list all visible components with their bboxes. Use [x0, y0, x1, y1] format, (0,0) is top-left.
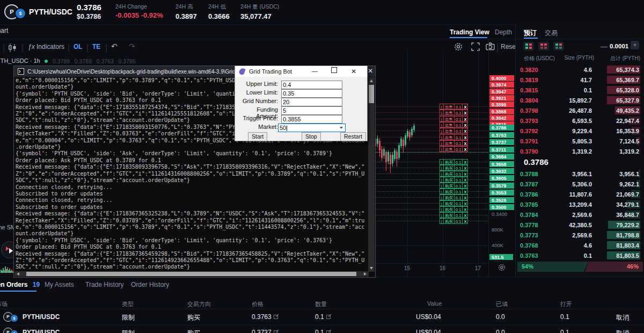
dialog-close-button[interactable]: ✕ [351, 68, 356, 75]
console-close-button[interactable]: ✕ [368, 67, 373, 75]
order-cancel-x-icon[interactable]: X [462, 194, 468, 200]
price-cell[interactable]: 0.3792 [520, 128, 550, 134]
price-cell[interactable]: 0.3791 [520, 138, 550, 144]
console-hscrollbar[interactable] [14, 271, 369, 277]
orderbook-view-bids-button[interactable] [553, 42, 564, 50]
order-cancel-x-icon[interactable]: X [462, 165, 468, 171]
bid-row[interactable]: 0.37875,306.09,262.1 [520, 179, 641, 189]
scroll-left-arrow[interactable] [17, 272, 19, 276]
console-vscrollbar[interactable] [368, 77, 375, 272]
tab-trading-view[interactable]: Trading View [450, 28, 489, 36]
price-cell[interactable]: 0.3778 [520, 222, 550, 228]
price-cell[interactable]: 0.3788 [520, 171, 550, 177]
cancel-order-button[interactable]: 取消 [616, 313, 629, 322]
tab-order-history[interactable]: Order History [131, 281, 169, 288]
vscroll-thumb[interactable] [369, 85, 374, 103]
price-cell[interactable]: 0.3768 [520, 242, 550, 249]
order-cancel-x-icon[interactable]: X [462, 212, 468, 218]
ask-row[interactable]: 0.37929,229.416,353.9 [520, 126, 641, 136]
tab-orderbook[interactable]: 预订 [524, 28, 537, 38]
tick-increase-button[interactable]: + [631, 41, 639, 49]
order-cancel-x-icon[interactable]: X [462, 177, 468, 183]
price-cell[interactable]: 0.3819 [520, 77, 550, 83]
bid-row[interactable]: 0.37684.681,803.4 [520, 240, 641, 250]
price-cell[interactable]: 0.3787 [520, 181, 550, 187]
order-cancel-x-icon[interactable]: X [462, 104, 468, 110]
order-cancel-x-icon[interactable]: X [462, 200, 468, 206]
price-cell[interactable]: 0.3815 [520, 87, 550, 93]
dialog-maximize-button[interactable] [331, 67, 337, 73]
bid-row[interactable]: 0.37630.181,803.5 [520, 250, 641, 260]
order-cancel-x-icon[interactable]: X [462, 140, 468, 146]
price-cell[interactable]: 0.3820 [520, 67, 550, 73]
bid-row[interactable]: 0.37883,956.13,956.1 [520, 169, 641, 179]
axis-settings-gear-icon[interactable] [498, 264, 506, 271]
restart-button[interactable]: Restart [340, 132, 366, 141]
order-cancel-x-icon[interactable]: X [462, 110, 468, 115]
market-combobox[interactable]: 50 [278, 124, 346, 132]
ask-row[interactable]: 0.38204.665,374.3 [520, 64, 641, 75]
grid-number-input[interactable]: 20 [281, 98, 342, 106]
price-cell[interactable]: 0.3793 [520, 118, 550, 124]
price-cell[interactable]: 0.3786 [520, 191, 550, 198]
bid-row[interactable]: 0.37842,569.636,848.7 [520, 209, 641, 220]
edit-qty-icon[interactable] [326, 313, 332, 318]
lower-limit-input[interactable]: 0.35 [281, 89, 342, 98]
ask-row[interactable]: 0.381941.765,369.7 [520, 75, 641, 85]
stop-button[interactable]: Stop [302, 132, 321, 141]
tab-trades[interactable]: 交易 [545, 28, 558, 38]
bid-row[interactable]: 0.37732,569.681,798.8 [520, 230, 641, 240]
ask-row[interactable]: 0.37901,319.21,319.2 [520, 146, 641, 156]
edit-price-icon[interactable] [274, 329, 279, 333]
order-cancel-x-icon[interactable]: X [462, 189, 468, 194]
ask-row[interactable]: 0.38150.165,328.0 [520, 85, 641, 95]
scroll-right-arrow[interactable] [364, 272, 367, 276]
start-button[interactable]: Start [248, 132, 267, 141]
price-cell[interactable]: 0.3798 [520, 107, 550, 114]
upper-limit-input[interactable]: 0.4 [281, 81, 342, 89]
dialog-minimize-button[interactable]: — [312, 68, 318, 74]
pair-name[interactable]: PYTH/USDC [29, 8, 72, 16]
order-cancel-x-icon[interactable]: X [462, 171, 468, 177]
ask-row[interactable]: 0.37936,593.522,947.4 [520, 115, 641, 126]
ask-row[interactable]: 0.379826,487.849,435.2 [520, 105, 641, 115]
scroll-down-arrow[interactable] [370, 267, 373, 270]
price-cell[interactable]: 0.3804 [520, 97, 550, 104]
price-cell[interactable]: 0.3784 [520, 212, 550, 218]
order-cancel-x-icon[interactable]: X [462, 159, 468, 165]
tab-depth[interactable]: Depth [495, 28, 512, 36]
tab-trade-history[interactable]: Trade History [85, 281, 124, 288]
bid-row[interactable]: 0.378513,209.434,279.1 [520, 199, 641, 209]
ask-row[interactable]: 0.380415,892.765,327.9 [520, 95, 641, 105]
price-cell[interactable]: 0.3785 [520, 201, 550, 208]
scroll-up-arrow[interactable] [370, 79, 373, 82]
funding-amount-input[interactable]: 5 [281, 106, 342, 115]
grid-trading-bot-dialog[interactable]: Grid Trading Bot — ✕ Upper Limit: 0.4 Lo… [235, 66, 368, 141]
trigger-price-input[interactable]: 0.3855 [281, 115, 342, 124]
bid-row[interactable]: 0.377842,380.579,229.2 [520, 220, 641, 230]
order-cancel-x-icon[interactable]: X [462, 134, 468, 140]
cancel-order-button[interactable]: 取消 [616, 329, 629, 333]
price-cell[interactable]: 0.3763 [520, 252, 550, 259]
edit-qty-icon[interactable] [326, 329, 332, 333]
order-cancel-x-icon[interactable]: X [462, 183, 468, 189]
edit-price-icon[interactable] [274, 313, 279, 318]
combobox-chevron-icon[interactable] [340, 127, 343, 129]
order-cancel-x-icon[interactable]: X [462, 122, 468, 128]
dialog-title-bar[interactable]: Grid Trading Bot — ✕ [235, 66, 367, 77]
orderbook-view-both-button[interactable] [523, 42, 534, 50]
order-cancel-x-icon[interactable]: X [462, 206, 468, 212]
order-cancel-x-icon[interactable]: X [462, 128, 468, 134]
order-cancel-x-icon[interactable]: X [462, 116, 468, 122]
hscroll-thumb[interactable] [26, 272, 356, 276]
tick-decrease-button[interactable]: — [601, 42, 608, 50]
bid-row[interactable]: 0.378611,807.621,069.7 [520, 189, 641, 199]
price-cell[interactable]: 0.3790 [520, 148, 550, 155]
orderbook-view-asks-button[interactable] [538, 42, 549, 50]
tab-my-assets[interactable]: My Assets [45, 281, 74, 288]
ask-row[interactable]: 0.37915,805.37,124.5 [520, 136, 641, 146]
order-cancel-x-icon[interactable]: X [462, 146, 468, 152]
order-cancel-x-icon[interactable]: X [462, 218, 468, 224]
tab-open-orders[interactable]: Open Orders 19 [0, 281, 40, 288]
price-cell[interactable]: 0.3773 [520, 232, 550, 238]
